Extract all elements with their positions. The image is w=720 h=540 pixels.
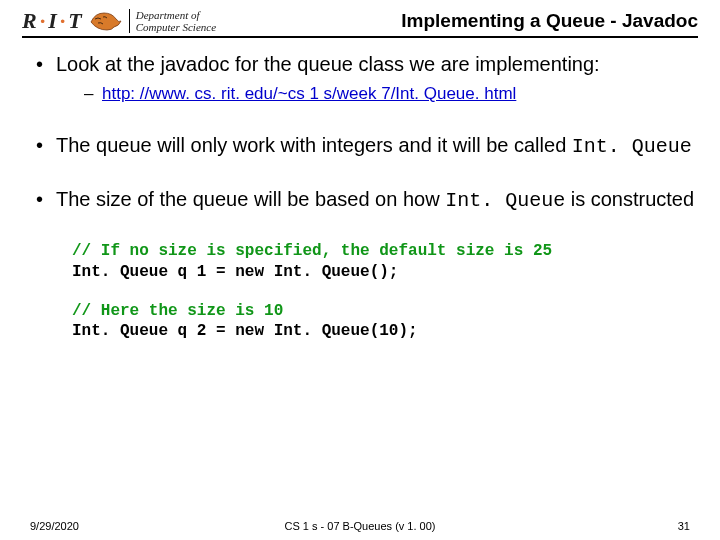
sub-list-1: http: //www. cs. rit. edu/~cs 1 s/week 7… [56,83,698,105]
slide: R · I · T Department of Computer Science… [0,0,720,540]
logo-group: R · I · T Department of Computer Science [22,8,216,34]
slide-header: R · I · T Department of Computer Science… [22,8,698,38]
rit-letter-i: I [48,8,58,34]
rit-letter-t: T [68,8,82,34]
bullet-list: Look at the javadoc for the queue class … [22,52,698,213]
javadoc-link[interactable]: http: //www. cs. rit. edu/~cs 1 s/week 7… [102,84,516,103]
rit-dot-icon: · [40,8,47,34]
code-line-2: Int. Queue q 2 = new Int. Queue(10); [72,322,418,340]
bullet-3: The size of the queue will be based on h… [36,187,698,213]
code-block-1: // If no size is specified, the default … [72,241,698,283]
bullet-3-code: Int. Queue [445,189,565,212]
bullet-1-text: Look at the javadoc for the queue class … [56,53,600,75]
bullet-1: Look at the javadoc for the queue class … [36,52,698,105]
dept-line-1: Department of [136,9,216,21]
tiger-icon [89,10,123,32]
rit-dot-icon: · [60,8,67,34]
department-label: Department of Computer Science [129,9,216,33]
bullet-2-text-a: The queue will only work with integers a… [56,134,572,156]
bullet-2-code: Int. Queue [572,135,692,158]
code-line-1: Int. Queue q 1 = new Int. Queue(); [72,263,398,281]
bullet-3-text-c: is constructed [565,188,694,210]
slide-title: Implementing a Queue - Javadoc [401,10,698,34]
dept-line-2: Computer Science [136,21,216,33]
rit-letter-r: R [22,8,38,34]
bullet-2: The queue will only work with integers a… [36,133,698,159]
rit-logo: R · I · T [22,8,83,34]
bullet-3-text-a: The size of the queue will be based on h… [56,188,445,210]
sub-bullet-link: http: //www. cs. rit. edu/~cs 1 s/week 7… [84,83,698,105]
footer-center: CS 1 s - 07 B-Queues (v 1. 00) [0,520,720,532]
code-block-2: // Here the size is 10 Int. Queue q 2 = … [72,301,698,343]
slide-footer: 9/29/2020 CS 1 s - 07 B-Queues (v 1. 00)… [0,520,720,532]
code-comment-2: // Here the size is 10 [72,302,283,320]
code-comment-1: // If no size is specified, the default … [72,242,552,260]
